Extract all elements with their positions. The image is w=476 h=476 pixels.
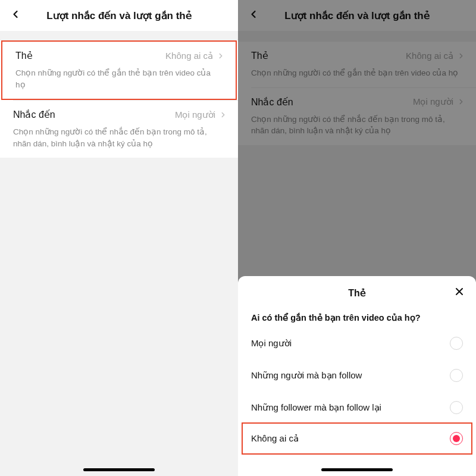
phone-left: Lượt nhắc đến và lượt gắn thẻ Thẻ Không … [0,0,238,476]
chevron-right-icon [219,111,227,119]
phone-right: Lượt nhắc đến và lượt gắn thẻ Thẻ Không … [238,0,476,476]
setting-row-mention-desc: Chọn những người có thể nhắc đến bạn tro… [13,126,227,149]
option-following[interactable]: Những người mà bạn follow [238,359,476,392]
radio-selected-icon [450,432,463,445]
radio-icon [450,401,463,414]
chevron-left-icon [10,8,21,23]
option-everyone[interactable]: Mọi người [238,327,476,359]
option-label: Những follower mà bạn follow lại [251,402,381,413]
setting-row-mention-value-wrap: Mọi người [175,109,227,120]
setting-row-tag-label: Thẻ [15,50,33,61]
sheet-question: Ai có thể gắn thẻ bạn trên video của họ? [238,309,476,327]
sheet-title: Thẻ [348,287,366,299]
setting-row-tag-desc: Chọn những người có thể gắn thẻ bạn trên… [15,67,225,90]
close-icon [453,286,465,300]
setting-row-tag-value-wrap: Không ai cả [165,51,225,61]
close-button[interactable] [451,284,468,301]
setting-row-mention-label: Nhắc đến [13,109,55,120]
option-label: Mọi người [251,338,292,349]
chevron-right-icon [217,52,225,60]
option-followers-back[interactable]: Những follower mà bạn follow lại [238,392,476,424]
home-indicator[interactable] [83,468,155,471]
home-indicator[interactable] [321,468,393,471]
radio-icon [450,337,463,350]
setting-row-tag[interactable]: Thẻ Không ai cả Chọn những người có thể … [1,40,237,100]
page-title: Lượt nhắc đến và lượt gắn thẻ [0,10,238,22]
setting-row-tag-top[interactable]: Thẻ Không ai cả [15,50,225,61]
setting-row-mention-value: Mọi người [175,109,215,120]
settings-group: Thẻ Không ai cả Chọn những người có thể … [0,40,238,158]
option-label: Những người mà bạn follow [251,370,362,381]
setting-row-mention-top[interactable]: Nhắc đến Mọi người [13,109,227,120]
header: Lượt nhắc đến và lượt gắn thẻ [0,0,238,31]
bottom-sheet: Thẻ Ai có thể gắn thẻ bạn trên video của… [238,276,476,476]
option-label: Không ai cả [251,433,299,444]
setting-row-mention[interactable]: Nhắc đến Mọi người Chọn những người có t… [0,101,238,158]
setting-row-tag-value: Không ai cả [165,51,213,61]
option-noone[interactable]: Không ai cả [242,422,472,455]
back-button[interactable] [0,0,31,31]
radio-icon [450,369,463,382]
sheet-header: Thẻ [238,276,476,309]
